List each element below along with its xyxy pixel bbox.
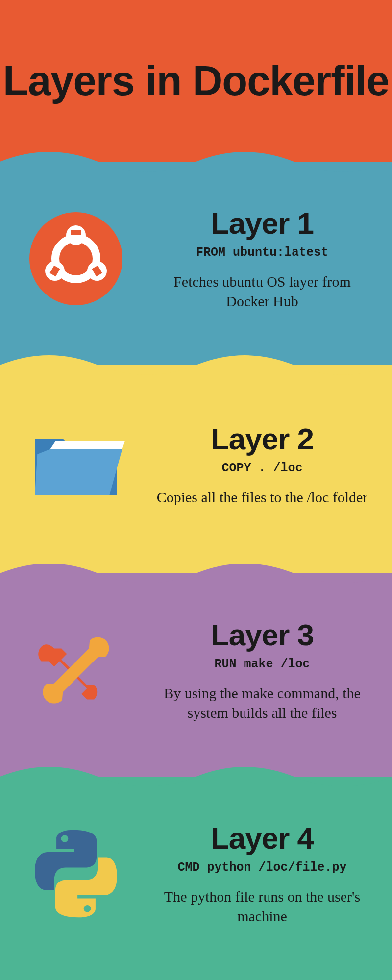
layer-1-section: Layer 1 FROM ubuntu:latest Fetches ubunt…: [0, 162, 392, 365]
layer-2-description: Copies all the files to the /loc folder: [152, 488, 372, 508]
wave-divider: [0, 757, 392, 796]
layer-4-section: Layer 4 CMD python /loc/file.py The pyth…: [0, 777, 392, 980]
layer-3-title: Layer 3: [152, 617, 372, 652]
layer-2-title: Layer 2: [152, 421, 372, 456]
layer-2-code: COPY . /loc: [152, 461, 372, 475]
header-section: Layers in Dockerfile: [0, 0, 392, 162]
layer-4-title: Layer 4: [152, 821, 372, 856]
svg-rect-5: [71, 230, 81, 235]
wave-divider: [0, 554, 392, 593]
layer-1-text: Layer 1 FROM ubuntu:latest Fetches ubunt…: [152, 206, 372, 312]
layer-1-code: FROM ubuntu:latest: [152, 245, 372, 260]
layer-3-code: RUN make /loc: [152, 657, 372, 671]
page-title: Layers in Dockerfile: [3, 59, 389, 102]
layer-3-text: Layer 3 RUN make /loc By using the make …: [152, 617, 372, 723]
layer-3-section: Layer 3 RUN make /loc By using the make …: [0, 573, 392, 777]
layer-1-title: Layer 1: [152, 206, 372, 241]
layer-1-description: Fetches ubuntu OS layer from Docker Hub: [152, 272, 372, 312]
svg-point-9: [61, 835, 69, 842]
wave-divider: [0, 345, 392, 385]
folder-icon: [20, 408, 132, 521]
layer-4-text: Layer 4 CMD python /loc/file.py The pyth…: [152, 821, 372, 927]
layer-3-description: By using the make command, the system bu…: [152, 684, 372, 723]
layer-4-code: CMD python /loc/file.py: [152, 860, 372, 875]
wave-divider: [0, 142, 392, 181]
layer-4-description: The python file runs on the user's machi…: [152, 887, 372, 927]
tools-icon: [20, 614, 132, 727]
python-icon: [20, 817, 132, 930]
ubuntu-icon: [20, 202, 132, 315]
svg-point-10: [84, 905, 91, 912]
layer-2-section: Layer 2 COPY . /loc Copies all the files…: [0, 365, 392, 573]
layer-2-text: Layer 2 COPY . /loc Copies all the files…: [152, 421, 372, 508]
